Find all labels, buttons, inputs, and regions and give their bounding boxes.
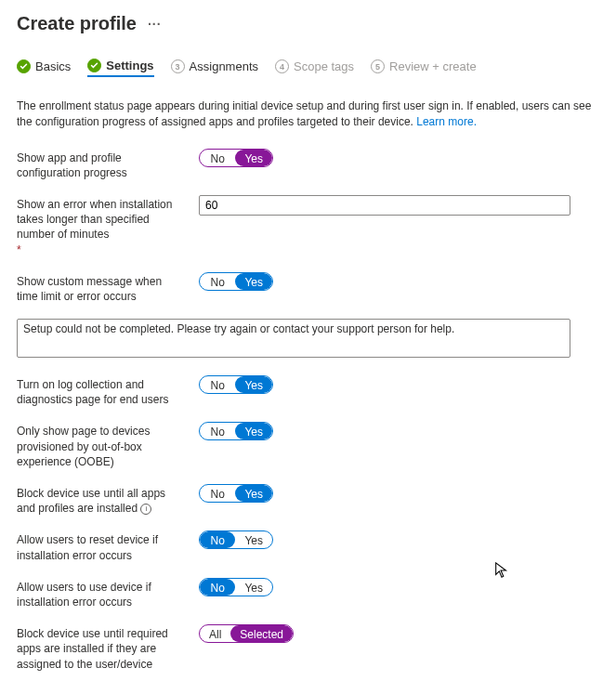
toggle-yes[interactable]: Yes — [235, 423, 272, 439]
toggle-selected[interactable]: Selected — [230, 625, 293, 642]
step-label: Settings — [106, 59, 153, 72]
toggle-yes[interactable]: Yes — [235, 376, 272, 393]
intro-text-block: The enrollment status page appears durin… — [17, 98, 599, 130]
check-icon — [17, 59, 31, 73]
toggle-no[interactable]: No — [200, 531, 235, 548]
label-allow-reset: Allow users to reset device if installat… — [17, 530, 186, 562]
step-label: Scope tags — [294, 59, 354, 73]
toggle-allow-use[interactable]: No Yes — [199, 578, 273, 596]
page-title: Create profile ··· — [17, 13, 599, 34]
label-show-progress: Show app and profile configuration progr… — [17, 149, 186, 180]
page-title-text: Create profile — [17, 13, 137, 34]
toggle-all[interactable]: All — [200, 625, 230, 642]
toggle-yes[interactable]: Yes — [235, 531, 272, 548]
label-block-all: Block device use until all apps and prof… — [17, 484, 186, 516]
toggle-oobe[interactable]: No Yes — [199, 422, 273, 440]
input-custom-message[interactable] — [17, 319, 570, 358]
toggle-log-collection[interactable]: No Yes — [199, 375, 273, 394]
check-icon — [87, 59, 101, 72]
learn-more-link[interactable]: Learn more. — [416, 115, 477, 128]
toggle-custom-message[interactable]: No Yes — [199, 272, 273, 291]
step-assignments[interactable]: 3 Assignments — [171, 59, 258, 76]
label-custom-message: Show custom message when time limit or e… — [17, 272, 186, 304]
toggle-no[interactable]: No — [200, 376, 235, 393]
toggle-no[interactable]: No — [200, 423, 235, 439]
intro-text: The enrollment status page appears durin… — [17, 99, 591, 128]
toggle-allow-reset[interactable]: No Yes — [199, 530, 273, 549]
toggle-show-progress[interactable]: No Yes — [199, 149, 273, 167]
step-review-create: 5 Review + create — [371, 59, 477, 76]
step-number-icon: 3 — [171, 59, 185, 73]
toggle-yes[interactable]: Yes — [235, 150, 272, 166]
step-number-icon: 5 — [371, 59, 385, 73]
toggle-yes[interactable]: Yes — [235, 273, 272, 290]
label-oobe: Only show page to devices provisioned by… — [17, 422, 186, 469]
toggle-no[interactable]: No — [200, 273, 235, 290]
info-icon[interactable]: i — [140, 504, 151, 515]
required-indicator: * — [17, 242, 186, 257]
step-number-icon: 4 — [275, 59, 289, 73]
input-minutes[interactable] — [199, 195, 570, 216]
toggle-block-all[interactable]: No Yes — [199, 484, 273, 503]
label-allow-use: Allow users to use device if installatio… — [17, 578, 186, 609]
step-scope-tags: 4 Scope tags — [275, 59, 354, 76]
step-basics[interactable]: Basics — [17, 59, 71, 76]
toggle-no[interactable]: No — [200, 579, 235, 596]
wizard-steps: Basics Settings 3 Assignments 4 Scope ta… — [17, 59, 599, 80]
more-actions-icon[interactable]: ··· — [148, 17, 162, 32]
step-label: Assignments — [190, 59, 258, 73]
toggle-yes[interactable]: Yes — [235, 485, 272, 502]
toggle-yes[interactable]: Yes — [235, 579, 272, 596]
label-block-required: Block device use until required apps are… — [17, 624, 186, 672]
step-label: Basics — [35, 59, 71, 73]
toggle-block-required[interactable]: All Selected — [199, 624, 294, 643]
step-settings[interactable]: Settings — [87, 59, 153, 77]
step-label: Review + create — [389, 59, 477, 73]
label-text: Show an error when installation takes lo… — [17, 198, 172, 241]
label-show-error-minutes: Show an error when installation takes lo… — [17, 195, 186, 257]
toggle-no[interactable]: No — [200, 150, 235, 166]
toggle-no[interactable]: No — [200, 485, 235, 502]
label-log-collection: Turn on log collection and diagnostics p… — [17, 375, 186, 407]
